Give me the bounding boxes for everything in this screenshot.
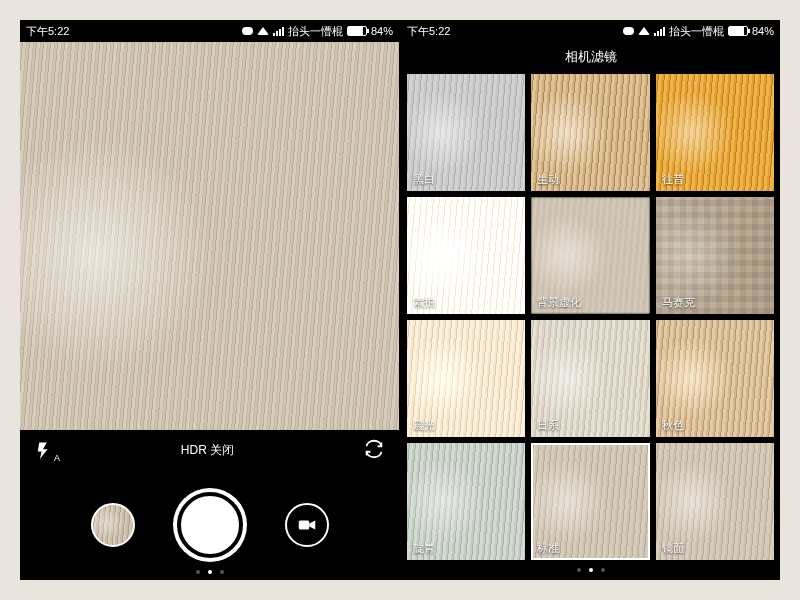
filter-pager[interactable] — [407, 560, 774, 580]
filter-label: 镜面 — [662, 541, 684, 556]
filter-item[interactable]: 背景虚化 — [531, 197, 649, 314]
status-bar: 下午5:22 抬头一懵棍 84% — [20, 20, 399, 42]
carrier-text: 抬头一懵棍 — [288, 24, 343, 39]
filter-item[interactable]: 素拍 — [407, 197, 525, 314]
camera-mode-bar: A HDR 关闭 — [20, 430, 399, 470]
filter-item[interactable]: 镜面 — [656, 443, 774, 560]
svg-rect-0 — [298, 521, 309, 530]
camera-switch-button[interactable] — [363, 438, 385, 463]
hdr-toggle[interactable]: HDR 关闭 — [181, 442, 234, 459]
filter-item[interactable]: 生动 — [531, 74, 649, 191]
wifi-icon — [638, 27, 650, 35]
filter-label: 生动 — [537, 172, 559, 187]
filter-label: 标准 — [537, 541, 559, 556]
filter-label: 背景虚化 — [537, 295, 581, 310]
video-mode-button[interactable] — [285, 503, 329, 547]
status-bar: 下午5:22 抬头一懵棍 84% — [401, 20, 780, 42]
cloud-sync-icon — [242, 27, 253, 35]
filter-label: 晨光 — [413, 418, 435, 433]
carrier-text: 抬头一懵棍 — [669, 24, 724, 39]
shutter-button[interactable] — [177, 492, 243, 558]
status-time: 下午5:22 — [407, 24, 450, 39]
filter-label: 素拍 — [413, 295, 435, 310]
status-time: 下午5:22 — [26, 24, 69, 39]
battery-percent: 84% — [752, 25, 774, 37]
filter-item[interactable]: 马赛克 — [656, 197, 774, 314]
filter-grid: 黑白 生动 往昔 素拍 背景虚化 马赛克 晨光 日系 秋色 靛青 标准 镜面 — [407, 74, 774, 560]
filter-label: 日系 — [537, 418, 559, 433]
camera-screen: 下午5:22 抬头一懵棍 84% A HDR 关闭 — [20, 20, 399, 580]
filter-label: 秋色 — [662, 418, 684, 433]
flash-toggle[interactable]: A — [34, 439, 52, 461]
gallery-thumbnail[interactable] — [91, 503, 135, 547]
battery-percent: 84% — [371, 25, 393, 37]
filter-item[interactable]: 日系 — [531, 320, 649, 437]
filter-label: 马赛克 — [662, 295, 695, 310]
filter-item[interactable]: 秋色 — [656, 320, 774, 437]
mode-pager[interactable] — [20, 570, 399, 574]
filter-item[interactable]: 往昔 — [656, 74, 774, 191]
filter-item[interactable]: 黑白 — [407, 74, 525, 191]
signal-icon — [273, 26, 284, 36]
filter-label: 靛青 — [413, 541, 435, 556]
filter-item[interactable]: 靛青 — [407, 443, 525, 560]
cloud-sync-icon — [623, 27, 634, 35]
camera-viewfinder[interactable] — [20, 42, 399, 430]
filters-screen: 下午5:22 抬头一懵棍 84% 相机滤镜 黑白 生动 往昔 素拍 背景虚化 马… — [401, 20, 780, 580]
filter-label: 往昔 — [662, 172, 684, 187]
shutter-bar — [20, 470, 399, 580]
filter-item[interactable]: 晨光 — [407, 320, 525, 437]
camera-switch-icon — [363, 438, 385, 460]
filters-title: 相机滤镜 — [401, 42, 780, 72]
battery-icon — [347, 26, 367, 36]
video-icon — [298, 518, 316, 532]
filter-item[interactable]: 标准 — [531, 443, 649, 560]
battery-icon — [728, 26, 748, 36]
flash-icon — [34, 439, 52, 461]
filter-label: 黑白 — [413, 172, 435, 187]
wifi-icon — [257, 27, 269, 35]
signal-icon — [654, 26, 665, 36]
flash-mode-sub: A — [54, 453, 60, 463]
